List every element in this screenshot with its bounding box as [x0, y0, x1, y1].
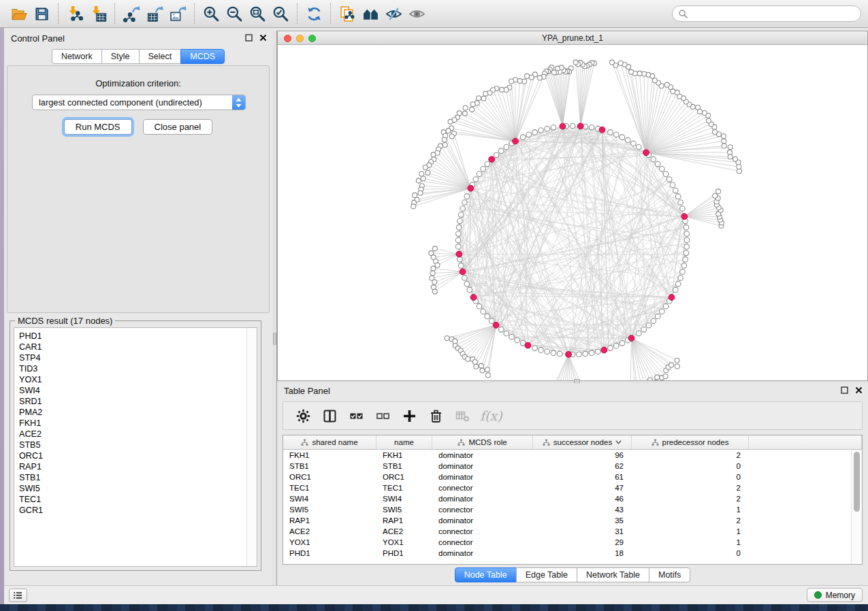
- open-session-button[interactable]: [7, 3, 30, 24]
- show-all-button[interactable]: [405, 3, 428, 24]
- column-header[interactable]: MCDS role: [432, 435, 533, 449]
- network-window-titlebar[interactable]: YPA_prune.txt_1: [278, 31, 867, 45]
- search-box[interactable]: [672, 5, 861, 22]
- close-panel-icon[interactable]: [259, 34, 267, 42]
- tab-network[interactable]: Network: [52, 49, 102, 64]
- vertical-splitter[interactable]: [272, 31, 277, 585]
- result-scrollbar-track[interactable]: [246, 328, 257, 566]
- maximize-window-icon[interactable]: [308, 35, 316, 42]
- column-header[interactable]: name: [376, 435, 432, 449]
- splitter-grip[interactable]: [273, 333, 276, 345]
- float-panel-icon[interactable]: [245, 34, 253, 42]
- function-builder-button[interactable]: f(x): [480, 408, 502, 423]
- result-node[interactable]: STB1: [19, 472, 246, 483]
- mcds-result-list[interactable]: PHD1CAR1STP4TID3YOX1SWI4SRD1PMA2FKH1ACE2…: [14, 327, 257, 567]
- table-scrollbar-thumb[interactable]: [854, 452, 860, 512]
- column-header[interactable]: shared name: [283, 435, 376, 449]
- result-node[interactable]: STB5: [19, 440, 246, 450]
- dominator-node[interactable]: [681, 214, 688, 220]
- close-window-icon[interactable]: [284, 35, 291, 42]
- column-header[interactable]: successor nodes: [533, 435, 632, 449]
- dominator-node[interactable]: [599, 127, 605, 133]
- export-table-button[interactable]: [143, 3, 166, 24]
- result-node[interactable]: RAP1: [19, 461, 246, 472]
- zoom-fit-button[interactable]: [246, 3, 269, 24]
- tab-mcds[interactable]: MCDS: [180, 49, 225, 64]
- table-row[interactable]: PHD1PHD1dominator180: [283, 548, 851, 559]
- table-row[interactable]: STB1STB1dominator620: [283, 461, 851, 472]
- zoom-out-button[interactable]: [223, 3, 246, 24]
- result-node[interactable]: SWI5: [19, 483, 246, 494]
- result-node[interactable]: STP4: [19, 352, 246, 363]
- result-node[interactable]: TID3: [19, 363, 246, 374]
- result-node[interactable]: YOX1: [19, 374, 246, 385]
- result-node[interactable]: GCR1: [19, 505, 246, 516]
- column-header[interactable]: predecessor nodes: [632, 435, 749, 449]
- result-node[interactable]: PHD1: [19, 331, 246, 342]
- delete-column-button[interactable]: [425, 406, 446, 426]
- run-mcds-button[interactable]: Run MCDS: [64, 119, 132, 135]
- dominator-node[interactable]: [601, 347, 607, 353]
- tab-style[interactable]: Style: [101, 49, 140, 64]
- table-row[interactable]: RAP1RAP1dominator352: [283, 515, 851, 526]
- first-neighbors-button[interactable]: [359, 3, 382, 24]
- dominator-node[interactable]: [470, 295, 477, 301]
- close-panel-button[interactable]: Close panel: [143, 119, 213, 135]
- float-panel-icon[interactable]: [841, 386, 848, 394]
- table-row[interactable]: SWI5SWI5connector431: [283, 504, 851, 515]
- select-all-checkboxes-button[interactable]: [346, 406, 366, 426]
- copy-style-button[interactable]: [336, 3, 359, 24]
- dominator-node[interactable]: [489, 156, 495, 163]
- table-row[interactable]: SWI4SWI4dominator462: [283, 493, 851, 504]
- result-node[interactable]: CAR1: [19, 342, 246, 352]
- export-image-button[interactable]: [166, 3, 189, 24]
- zoom-selected-button[interactable]: [269, 3, 292, 24]
- dominator-node[interactable]: [643, 150, 649, 156]
- export-network-button[interactable]: [120, 3, 143, 24]
- close-panel-icon[interactable]: [855, 386, 863, 394]
- result-node[interactable]: SRD1: [19, 396, 246, 407]
- result-node[interactable]: ACE2: [19, 429, 246, 440]
- dominator-node[interactable]: [456, 251, 462, 257]
- hide-selected-button[interactable]: [382, 3, 405, 24]
- task-history-button[interactable]: [9, 589, 27, 602]
- dominator-node[interactable]: [669, 295, 675, 301]
- dominator-node[interactable]: [566, 351, 572, 357]
- dominator-node[interactable]: [525, 342, 531, 348]
- dominator-node[interactable]: [468, 185, 474, 191]
- tab-select[interactable]: Select: [139, 49, 182, 64]
- result-node[interactable]: ORC1: [19, 450, 246, 461]
- import-table-button[interactable]: [86, 3, 110, 24]
- table-scrollbar-track[interactable]: [851, 450, 862, 564]
- settings-gear-button[interactable]: [293, 406, 313, 426]
- table-row[interactable]: FKH1FKH1dominator962: [283, 450, 851, 461]
- zoom-in-button[interactable]: [199, 3, 223, 24]
- tab-node-table[interactable]: Node Table: [455, 567, 517, 582]
- dominator-node[interactable]: [560, 123, 566, 129]
- tab-motifs[interactable]: Motifs: [649, 567, 690, 582]
- dominator-node[interactable]: [628, 335, 634, 342]
- dominator-node[interactable]: [513, 138, 519, 144]
- result-node[interactable]: FKH1: [19, 418, 246, 429]
- dominator-node[interactable]: [493, 322, 499, 328]
- deselect-checkboxes-button[interactable]: [372, 406, 393, 426]
- minimize-window-icon[interactable]: [296, 35, 304, 42]
- add-column-button[interactable]: [399, 406, 419, 426]
- network-canvas[interactable]: [278, 45, 867, 380]
- tab-network-table[interactable]: Network Table: [577, 567, 649, 582]
- table-row[interactable]: ACE2ACE2connector311: [283, 526, 851, 537]
- dominator-node[interactable]: [460, 269, 466, 275]
- result-node[interactable]: SWI4: [19, 385, 246, 396]
- table-row[interactable]: ORC1ORC1dominator610: [283, 472, 851, 482]
- table-row[interactable]: YOX1YOX1connector291: [283, 537, 851, 548]
- tab-edge-table[interactable]: Edge Table: [516, 567, 577, 582]
- save-session-button[interactable]: [30, 3, 53, 24]
- import-network-button[interactable]: [63, 3, 86, 24]
- apply-layout-button[interactable]: [302, 3, 325, 24]
- split-columns-button[interactable]: [319, 406, 340, 426]
- column-header[interactable]: [749, 435, 862, 449]
- criterion-select[interactable]: largest connected component (undirected): [32, 95, 246, 110]
- search-input[interactable]: [692, 9, 854, 18]
- table-row[interactable]: TEC1TEC1connector472: [283, 482, 851, 493]
- result-node[interactable]: PMA2: [19, 407, 246, 418]
